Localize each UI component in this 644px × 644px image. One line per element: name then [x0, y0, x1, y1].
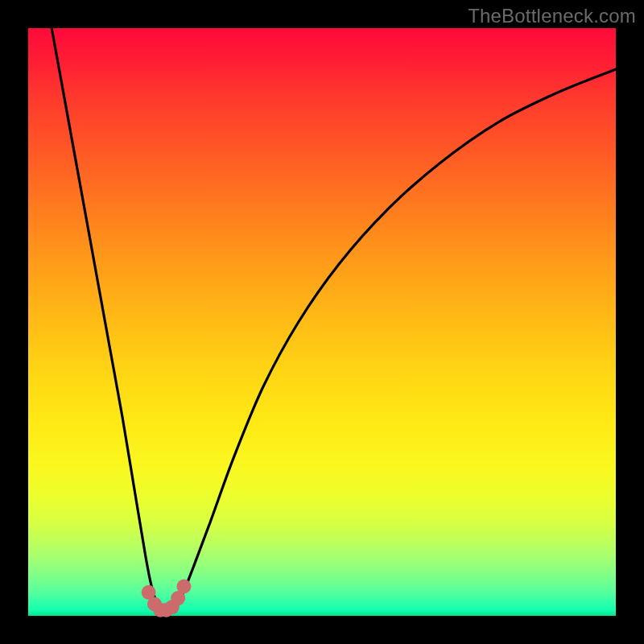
sweet-spot-dot [176, 580, 191, 594]
watermark-label: TheBottleneck.com [468, 5, 636, 27]
sweet-spot-dots [28, 28, 616, 616]
chart-frame: TheBottleneck.com [0, 0, 644, 644]
plot-area [28, 28, 616, 616]
